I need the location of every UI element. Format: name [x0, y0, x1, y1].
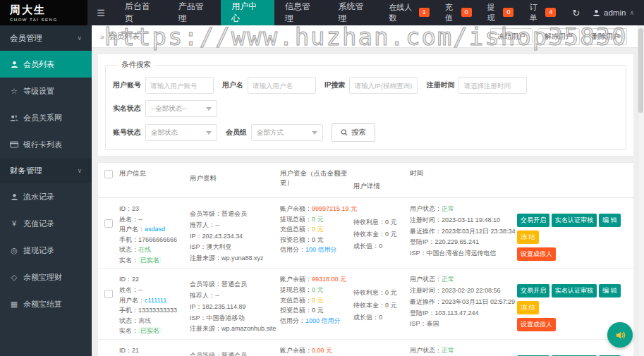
stat-recharge[interactable]: 充值 0: [437, 2, 480, 23]
user-id: 22: [132, 276, 139, 283]
nav-user-center[interactable]: 用户中心: [221, 0, 274, 25]
username-link[interactable]: asdasd: [145, 226, 165, 233]
logo: 周大生 CHOW TAI SENG: [0, 0, 87, 25]
invest-total[interactable]: 0 元: [312, 307, 324, 314]
table-row: ID：23 姓名：-- 用户名：asdasd 手机：17666666666 状态…: [98, 198, 633, 269]
bank-card-icon: [10, 141, 18, 148]
field-label: 用户状态：: [410, 205, 442, 212]
row-checkbox[interactable]: [104, 290, 113, 298]
freeze-users-button[interactable]: 冻结用户: [490, 28, 533, 45]
account-status-select[interactable]: 全部状态: [145, 124, 217, 141]
col-user-details: 待收利息：0 元 待收本金：0 元 成长值：0: [353, 274, 410, 323]
sidebar-item-yuebao-settlement[interactable]: ▦ 余额宝结算: [0, 290, 92, 317]
sidebar-item-bank-cards[interactable]: 银行卡列表: [0, 131, 92, 158]
sidebar-item-level-settings[interactable]: ☆ 等级设置: [0, 78, 92, 104]
sidebar-item-recharge-records[interactable]: ¥ 充值记录: [0, 210, 92, 237]
select-all-checkbox[interactable]: [104, 170, 113, 178]
stat-label: 订单: [529, 2, 542, 23]
stat-online-users[interactable]: 在线人数 1: [381, 2, 437, 23]
recharge-total[interactable]: 0 元: [312, 226, 324, 233]
caret-up-icon: ∧: [629, 9, 634, 16]
realname-audit-button[interactable]: 实名认证审核: [552, 284, 597, 297]
field-label: 登陆IP：: [410, 238, 435, 245]
calc-icon: ▦: [10, 300, 18, 308]
member-group-select[interactable]: 全部方式: [251, 124, 323, 141]
register-time: 2023-02-20 22:08:56: [442, 287, 501, 294]
col-user-info: ID：23 姓名：-- 用户名：asdasd 手机：17666666666 状态…: [119, 204, 190, 265]
row-checkbox[interactable]: [104, 219, 113, 228]
invest-total[interactable]: 0 元: [312, 236, 324, 243]
stat-orders[interactable]: 订单 4: [521, 2, 564, 23]
edit-button[interactable]: 编 辑: [599, 214, 621, 227]
search-fieldset: 条件搜索 用户账号 用户名 IP搜索: [105, 60, 626, 150]
field-label: 成长值：: [353, 243, 379, 250]
set-fake-user-button[interactable]: 设置成假人: [517, 318, 556, 331]
account-balance[interactable]: 0.00 元: [312, 347, 332, 354]
realname-status-select[interactable]: --全部状态--: [145, 100, 217, 117]
trade-toggle-button[interactable]: 交易开启: [517, 214, 549, 227]
chevron-down-icon: ∨: [77, 35, 82, 42]
field-register-time: 注册时间: [426, 77, 527, 94]
field-label: 手机：: [119, 236, 138, 243]
nav-info[interactable]: 信息管理: [274, 0, 328, 25]
withdraw-total[interactable]: 0 元: [312, 286, 324, 293]
pending-interest: 0 元: [385, 219, 397, 226]
field-label: 投资总额：: [280, 307, 312, 314]
order-count-badge: 4: [545, 8, 556, 17]
sidebar-group-finance[interactable]: 财务管理 ∨: [0, 158, 92, 183]
field-label: ISP：: [190, 243, 207, 250]
search-button[interactable]: 搜索: [332, 123, 375, 142]
select-value: 全部方式: [257, 128, 284, 137]
edit-button[interactable]: 编 辑: [599, 284, 621, 297]
star-icon: ☆: [10, 87, 18, 95]
field-label: ID：: [119, 276, 132, 283]
field-realname-status: 实名状态 --全部状态--: [113, 100, 217, 117]
breadcrumb-bar: » 会员列表 冻结用户 解冻用户 删除用户: [92, 25, 644, 48]
realname-audit-button[interactable]: 实名认证审核: [552, 214, 597, 227]
stat-label: 在线人数: [389, 2, 415, 23]
freeze-button[interactable]: 冻 结: [517, 231, 539, 244]
nav-system[interactable]: 系统管理: [328, 0, 382, 25]
credit-score[interactable]: 100 信用分: [305, 246, 337, 253]
field-label: 实名：: [119, 257, 138, 264]
sidebar-item-yuebao-finance[interactable]: ◇ 余额宝理财: [0, 264, 92, 290]
ip-search-input[interactable]: [349, 77, 418, 94]
stat-withdraw[interactable]: 提现 0: [480, 2, 522, 23]
user-status: 正常: [442, 276, 454, 283]
user-account-input[interactable]: [145, 77, 214, 94]
trade-toggle-button[interactable]: 交易开启: [517, 284, 549, 297]
sidebar-item-withdraw-records[interactable]: ◎ 提现记录: [0, 237, 92, 264]
withdraw-total[interactable]: 0 元: [312, 216, 324, 223]
col-user-info: ID：21 姓名：-- 用户名：123123 手机：13444444444 状态…: [119, 345, 190, 356]
sidebar-item-member-list[interactable]: 会员列表: [0, 51, 92, 78]
refresh-icon[interactable]: ↻: [564, 8, 588, 18]
recharge-total[interactable]: 0 元: [312, 297, 324, 304]
nav-home[interactable]: 后台首页: [114, 0, 168, 25]
sidebar-group-members[interactable]: 会员管理 ∨: [0, 25, 92, 51]
field-label: 待收利息：: [353, 219, 385, 226]
admin-menu[interactable]: admin ∧: [588, 8, 644, 17]
sidebar-item-flow-records[interactable]: 流水记录: [0, 183, 92, 210]
delete-users-button[interactable]: 删除用户: [585, 28, 627, 45]
unfreeze-users-button[interactable]: 解冻用户: [537, 28, 580, 45]
page-title: 会员列表: [109, 31, 140, 42]
sidebar-item-member-network[interactable]: 会员关系网: [0, 104, 92, 131]
set-fake-user-button[interactable]: 设置成假人: [517, 247, 556, 261]
username-input[interactable]: [248, 77, 316, 94]
last-operation-time: 2023年03月12日 23:38:34: [442, 228, 516, 235]
account-balance[interactable]: 99997215.19 元: [312, 205, 357, 212]
customer-service-button[interactable]: [607, 322, 633, 348]
scrollbar-thumb[interactable]: [638, 28, 643, 113]
account-balance[interactable]: 99318.00 元: [312, 276, 346, 283]
sidebar-item-label: 余额宝结算: [23, 299, 62, 309]
login-ip: 103.113.47.244: [435, 309, 479, 317]
search-row-1: 用户账号 用户名 IP搜索 注册时间: [113, 77, 619, 123]
member-level: 普通会员: [221, 281, 247, 288]
menu-toggle-icon[interactable]: ☰: [87, 0, 114, 25]
credit-score[interactable]: 1000 信用分: [305, 317, 341, 324]
register-time-input[interactable]: [458, 77, 527, 94]
username-link[interactable]: c111111: [145, 297, 166, 304]
nav-products[interactable]: 产品管理: [168, 0, 221, 25]
freeze-button[interactable]: 冻 结: [517, 301, 539, 314]
field-member-group: 会员组 全部方式: [226, 123, 323, 142]
